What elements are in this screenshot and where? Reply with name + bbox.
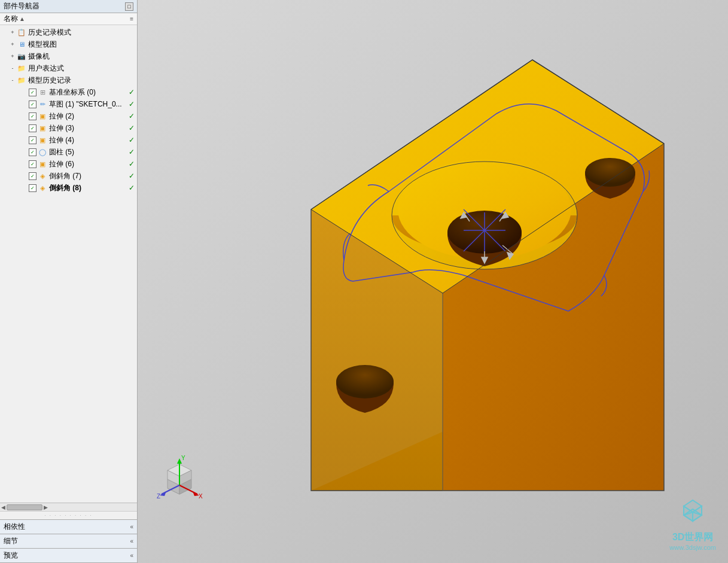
expander-cylinder5[interactable] xyxy=(20,148,29,156)
expander-model-history[interactable]: - xyxy=(8,76,17,84)
checkbox-chamfer8[interactable]: ✓ xyxy=(29,184,36,192)
checkmark-chamfer7: ✓ xyxy=(129,172,135,180)
tree-item-coord[interactable]: ✓⊞基准坐标系 (0)✓ xyxy=(0,86,137,98)
tree-item-extrude3[interactable]: ✓▣拉伸 (3)✓ xyxy=(0,122,137,134)
horizontal-scrollbar[interactable]: ◀ ▶ xyxy=(0,503,137,511)
icon-chamfer7: ◈ xyxy=(38,171,47,181)
checkbox-chamfer7[interactable]: ✓ xyxy=(29,172,36,180)
label-model-history: 模型历史记录 xyxy=(28,75,71,86)
svg-text:X: X xyxy=(199,493,203,500)
icon-cylinder5: ◯ xyxy=(38,147,47,157)
svg-point-23 xyxy=(336,365,394,398)
expander-extrude2[interactable] xyxy=(20,112,29,120)
expander-sketch[interactable] xyxy=(20,100,29,108)
expander-chamfer8[interactable] xyxy=(20,184,29,192)
minimize-button[interactable]: □ xyxy=(125,2,133,11)
tree-item-extrude6[interactable]: ✓▣拉伸 (6)✓ xyxy=(0,158,137,170)
label-extrude6: 拉伸 (6) xyxy=(49,159,74,169)
watermark: 3D世界网 www.3dsjw.com xyxy=(669,497,716,551)
icon-extrude3: ▣ xyxy=(38,123,47,133)
svg-text:Z: Z xyxy=(157,493,160,500)
label-model-view: 模型视图 xyxy=(28,39,57,50)
preview-label: 预览 xyxy=(4,550,18,561)
icon-sketch: ✏ xyxy=(38,99,47,109)
checkbox-coord[interactable]: ✓ xyxy=(29,89,36,96)
label-sketch: 草图 (1) "SKETCH_0... xyxy=(49,99,122,109)
label-extrude2: 拉伸 (2) xyxy=(49,111,74,121)
icon-extrude6: ▣ xyxy=(38,159,47,169)
svg-point-25 xyxy=(585,158,635,187)
expander-coord[interactable] xyxy=(20,88,29,96)
detail-section[interactable]: 细节 « xyxy=(0,534,137,549)
tree-item-cylinder5[interactable]: ✓◯圆柱 (5)✓ xyxy=(0,146,137,158)
axis-svg: Y X Z xyxy=(156,455,203,503)
expander-chamfer7[interactable] xyxy=(20,172,29,180)
checkmark-chamfer8: ✓ xyxy=(129,184,135,192)
tree-item-chamfer7[interactable]: ✓◈倒斜角 (7)✓ xyxy=(0,170,137,182)
label-user-expr: 用户表达式 xyxy=(28,63,64,74)
bottom-sections: 相依性 « 细节 « 预览 « xyxy=(0,519,137,563)
checkmark-extrude4: ✓ xyxy=(129,136,135,144)
dependency-collapse-icon[interactable]: « xyxy=(130,524,133,530)
3d-model-svg xyxy=(138,0,728,563)
checkmark-extrude3: ✓ xyxy=(129,124,135,132)
expander-camera[interactable]: + xyxy=(8,52,17,60)
tree-item-camera[interactable]: +📷摄像机 xyxy=(0,50,137,62)
scroll-right-icon[interactable]: ▶ xyxy=(44,504,48,510)
3d-viewport[interactable]: Y X Z xyxy=(138,0,728,563)
expander-extrude4[interactable] xyxy=(20,136,29,144)
left-panel: 部件导航器 □ 名称 ▲ ≡ +📋历史记录模式+🖥模型视图+📷摄像机-📁用户表达… xyxy=(0,0,138,563)
dependency-section[interactable]: 相依性 « xyxy=(0,520,137,534)
icon-extrude4: ▣ xyxy=(38,135,47,145)
panel-title-bar: 部件导航器 □ xyxy=(0,0,137,13)
svg-marker-48 xyxy=(160,491,166,496)
checkbox-extrude4[interactable]: ✓ xyxy=(29,136,36,144)
tree-item-user-expr[interactable]: -📁用户表达式 xyxy=(0,62,137,74)
checkmark-sketch: ✓ xyxy=(129,100,135,108)
tree-item-sketch[interactable]: ✓✏草图 (1) "SKETCH_0...✓ xyxy=(0,98,137,110)
tree-item-extrude4[interactable]: ✓▣拉伸 (4)✓ xyxy=(0,134,137,146)
checkbox-sketch[interactable]: ✓ xyxy=(29,101,36,108)
panel-title-icons: □ xyxy=(125,2,133,11)
detail-collapse-icon[interactable]: « xyxy=(130,538,133,544)
label-chamfer8: 倒斜角 (8) xyxy=(49,183,81,193)
tree-item-model-view[interactable]: +🖥模型视图 xyxy=(0,38,137,50)
watermark-url: www.3dsjw.com xyxy=(669,544,716,551)
sort-arrow-icon: ▲ xyxy=(19,16,25,22)
checkbox-cylinder5[interactable]: ✓ xyxy=(29,148,36,156)
tree-item-chamfer8[interactable]: ✓◈倒斜角 (8)✓ xyxy=(0,182,137,194)
icon-chamfer8: ◈ xyxy=(38,183,47,193)
checkmark-coord: ✓ xyxy=(129,88,135,96)
expander-model-view[interactable]: + xyxy=(8,40,17,48)
label-coord: 基准坐标系 (0) xyxy=(49,87,96,98)
scroll-dots: · · · · · · · · · · xyxy=(44,513,92,518)
expander-extrude3[interactable] xyxy=(20,124,29,132)
icon-coord: ⊞ xyxy=(38,87,47,97)
model-container xyxy=(138,0,728,563)
label-chamfer7: 倒斜角 (7) xyxy=(49,171,81,181)
scroll-left-icon[interactable]: ◀ xyxy=(1,504,5,510)
checkbox-extrude6[interactable]: ✓ xyxy=(29,160,36,168)
tree-item-history-mode[interactable]: +📋历史记录模式 xyxy=(0,26,137,38)
label-history-mode: 历史记录模式 xyxy=(28,28,71,38)
tree-header: 名称 ▲ ≡ xyxy=(0,13,137,25)
tree-item-extrude2[interactable]: ✓▣拉伸 (2)✓ xyxy=(0,110,137,122)
expander-user-expr[interactable]: - xyxy=(8,64,17,72)
scrollbar-thumb[interactable] xyxy=(7,504,42,510)
checkmark-extrude6: ✓ xyxy=(129,160,135,168)
preview-collapse-icon[interactable]: « xyxy=(130,552,133,559)
watermark-logo-svg xyxy=(675,497,711,530)
checkbox-extrude3[interactable]: ✓ xyxy=(29,124,36,132)
expander-extrude6[interactable] xyxy=(20,160,29,168)
label-camera: 摄像机 xyxy=(28,51,50,62)
checkbox-extrude2[interactable]: ✓ xyxy=(29,112,36,120)
expander-history-mode[interactable]: + xyxy=(8,28,17,36)
preview-section[interactable]: 预览 « xyxy=(0,549,137,563)
icon-history-mode: 📋 xyxy=(17,28,26,37)
icon-camera: 📷 xyxy=(17,51,26,61)
column-menu-icon[interactable]: ≡ xyxy=(130,16,133,22)
label-extrude3: 拉伸 (3) xyxy=(49,123,74,133)
tree-item-model-history[interactable]: -📁模型历史记录 xyxy=(0,74,137,86)
axis-indicator: Y X Z xyxy=(156,455,203,503)
scroll-dots-area: · · · · · · · · · · xyxy=(0,511,137,519)
